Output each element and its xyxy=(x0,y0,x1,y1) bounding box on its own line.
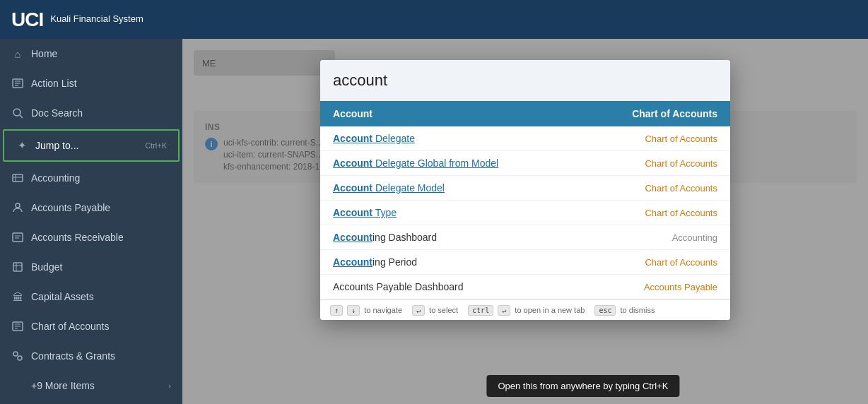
result-name-link[interactable]: Account Type xyxy=(333,207,397,218)
enter-key: ↵ xyxy=(412,305,425,316)
result-item-account-delegate-global[interactable]: Account Delegate Global from Model Chart… xyxy=(320,151,730,176)
sidebar-item-contracts-grants[interactable]: Contracts & Grants xyxy=(0,341,182,371)
chart-of-accounts-icon xyxy=(11,320,24,333)
up-key: ↑ xyxy=(330,305,343,316)
sidebar-item-more-items[interactable]: +9 More Items › xyxy=(0,371,182,400)
ctrl-k-tooltip: Open this from anywhere by typing Ctrl+K xyxy=(486,375,679,397)
budget-icon xyxy=(11,261,24,273)
svg-line-5 xyxy=(20,115,23,118)
more-items-icon xyxy=(11,379,24,392)
result-item-name: Account Delegate Global from Model xyxy=(333,158,590,169)
sidebar-item-action-list[interactable]: Action List xyxy=(0,69,182,98)
sidebar-item-label: Doc Search xyxy=(31,107,83,119)
result-item-category: Chart of Accounts xyxy=(590,208,717,218)
sidebar-item-doc-search[interactable]: Doc Search xyxy=(0,98,182,128)
result-item-category: Chart of Accounts xyxy=(590,183,717,194)
jump-search-area xyxy=(320,60,730,101)
main-content: ME INS i uci-kfs-contrib: current-S... u… xyxy=(182,39,868,404)
jump-footer: ↑ ↓ to navigate ↵ to select ctrl ↵ to op… xyxy=(320,299,730,320)
doc-search-icon xyxy=(11,107,24,119)
result-item-category: Chart of Accounts xyxy=(590,133,717,144)
sidebar-item-capital-assets[interactable]: 🏛 Capital Assets xyxy=(0,282,182,311)
result-item-account-delegate-model[interactable]: Account Delegate Model Chart of Accounts xyxy=(320,176,730,201)
jump-search-input[interactable] xyxy=(333,71,717,90)
navigate-label: to navigate xyxy=(364,306,402,314)
sidebar-item-home[interactable]: ⌂ Home xyxy=(0,39,182,69)
sidebar-item-label: Action List xyxy=(31,78,77,89)
result-name-link[interactable]: Accounts Payable Dashboard xyxy=(333,281,463,292)
sidebar-item-label: Contracts & Grants xyxy=(31,350,115,362)
sidebar-item-label: +9 More Items xyxy=(31,380,95,391)
jump-to-shortcut: Ctrl+K xyxy=(145,141,167,150)
select-label: to select xyxy=(429,306,458,314)
result-item-category: Chart of Accounts xyxy=(590,257,717,268)
ctrl-key: ctrl xyxy=(468,305,493,316)
sidebar-item-accounts-payable[interactable]: Accounts Payable xyxy=(0,193,182,222)
result-name-link[interactable]: Accounting Dashboard xyxy=(333,232,437,243)
svg-point-20 xyxy=(13,352,18,356)
sidebar-item-label: Jump to... xyxy=(35,140,78,151)
accounts-receivable-icon xyxy=(11,231,24,244)
result-item-accounts-payable-dashboard[interactable]: Accounts Payable Dashboard Accounts Paya… xyxy=(320,275,730,299)
jump-to-icon: ✦ xyxy=(16,139,28,152)
app-name: Kuali Financial System xyxy=(50,13,143,25)
svg-rect-10 xyxy=(13,233,23,242)
sidebar-item-label: Home xyxy=(31,48,57,59)
action-list-icon xyxy=(11,77,24,90)
results-header: Account Chart of Accounts xyxy=(320,101,730,126)
result-item-name: Account Delegate xyxy=(333,133,590,144)
hint-new-tab: ctrl ↵ to open in a new tab xyxy=(468,306,585,314)
sidebar-item-label: Chart of Accounts xyxy=(31,321,110,332)
result-item-account-delegate[interactable]: Account Delegate Chart of Accounts xyxy=(320,126,730,151)
hint-select: ↵ to select xyxy=(412,306,458,314)
result-item-account-type[interactable]: Account Type Chart of Accounts xyxy=(320,201,730,225)
hint-navigate: ↑ ↓ to navigate xyxy=(330,306,402,314)
main-layout: ⌂ Home Action List Doc Search ✦ Jump to.… xyxy=(0,0,868,404)
dismiss-label: to dismiss xyxy=(621,306,655,314)
enter-key-2: ↵ xyxy=(498,305,510,316)
result-item-category: Accounting xyxy=(590,232,717,243)
result-name-link[interactable]: Accounting Period xyxy=(333,256,417,268)
home-icon: ⌂ xyxy=(11,47,24,60)
sidebar: ⌂ Home Action List Doc Search ✦ Jump to.… xyxy=(0,39,182,404)
result-name-link[interactable]: Account Delegate Global from Model xyxy=(333,158,498,169)
result-item-name: Accounting Period xyxy=(333,256,590,268)
sidebar-item-chart-of-accounts[interactable]: Chart of Accounts xyxy=(0,311,182,341)
result-item-name: Accounts Payable Dashboard xyxy=(333,281,590,292)
result-item-name: Account Delegate Model xyxy=(333,182,590,194)
hint-dismiss: esc to dismiss xyxy=(594,306,655,314)
results-col-name: Account xyxy=(333,108,590,119)
app-header: UCI Kuali Financial System xyxy=(0,0,868,39)
result-item-name: Account Type xyxy=(333,207,590,218)
result-name-link[interactable]: Account Delegate Model xyxy=(333,182,445,194)
sidebar-item-label: Budget xyxy=(31,261,62,273)
svg-rect-13 xyxy=(13,263,22,271)
result-name-link[interactable]: Account Delegate xyxy=(333,133,415,144)
sidebar-item-label: Capital Assets xyxy=(31,291,94,302)
capital-assets-icon: 🏛 xyxy=(11,290,24,303)
svg-point-9 xyxy=(16,203,20,208)
contracts-grants-icon xyxy=(11,350,24,362)
sidebar-item-jump-to[interactable]: ✦ Jump to... Ctrl+K xyxy=(3,129,180,162)
results-col-category: Chart of Accounts xyxy=(590,108,717,119)
accounting-icon xyxy=(11,172,24,184)
sidebar-item-accounting[interactable]: Accounting xyxy=(0,163,182,193)
result-item-accounting-period[interactable]: Accounting Period Chart of Accounts xyxy=(320,250,730,275)
sidebar-item-budget[interactable]: Budget xyxy=(0,252,182,282)
down-key: ↓ xyxy=(347,305,360,316)
accounts-payable-icon xyxy=(11,201,24,214)
uci-logo: UCI xyxy=(11,8,43,31)
more-items-arrow: › xyxy=(168,381,171,390)
sidebar-item-accounts-receivable[interactable]: Accounts Receivable xyxy=(0,222,182,252)
result-item-category: Chart of Accounts xyxy=(590,158,717,169)
svg-point-21 xyxy=(18,356,22,360)
esc-key: esc xyxy=(594,305,616,316)
tooltip-text: Open this from anywhere by typing Ctrl+K xyxy=(498,381,668,391)
results-list[interactable]: Account Delegate Chart of Accounts Accou… xyxy=(320,126,730,299)
new-tab-label: to open in a new tab xyxy=(515,306,585,314)
svg-rect-6 xyxy=(13,174,23,182)
result-item-accounting-dashboard[interactable]: Accounting Dashboard Accounting xyxy=(320,225,730,250)
sidebar-item-label: Accounting xyxy=(31,172,80,184)
sidebar-item-label: Accounts Receivable xyxy=(31,232,124,243)
result-item-name: Accounting Dashboard xyxy=(333,232,590,243)
